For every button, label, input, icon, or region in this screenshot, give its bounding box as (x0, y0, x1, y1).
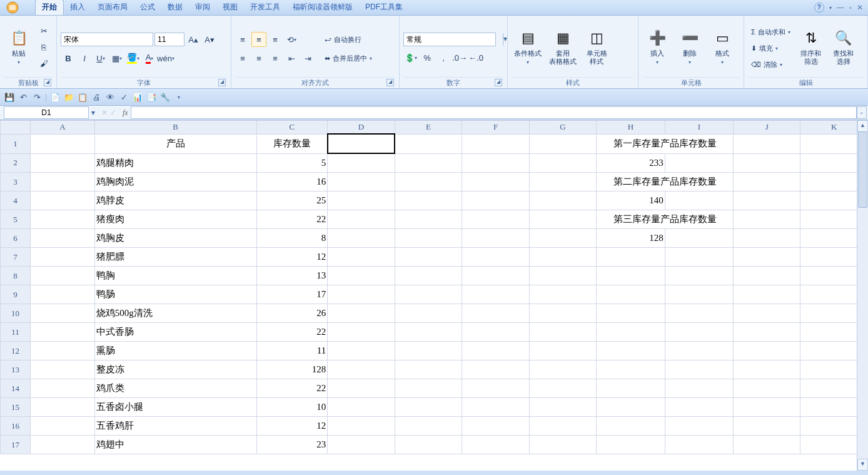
tab-8[interactable]: 福昕阅读器领鲜版 (286, 0, 359, 15)
grow-font-button[interactable]: A▴ (186, 32, 201, 47)
cell-B16[interactable]: 五香鸡肝 (94, 417, 256, 436)
cell-D13[interactable] (328, 360, 395, 379)
merge-center-button[interactable]: ⬌合并后居中▾ (321, 51, 375, 66)
cell-I12[interactable] (665, 342, 733, 360)
align-bottom-button[interactable]: ≡ (268, 32, 283, 47)
tab-7[interactable]: 开发工具 (244, 0, 286, 15)
cell-E6[interactable] (395, 229, 462, 248)
cell-A12[interactable] (31, 342, 95, 360)
cell-J16[interactable] (733, 417, 800, 436)
font-color-button[interactable]: A▾ (142, 51, 157, 66)
cell-A9[interactable] (31, 285, 95, 304)
cell-C6[interactable]: 8 (256, 229, 328, 248)
fill-button[interactable]: ⬇填充▾ (748, 41, 794, 56)
cell-J14[interactable] (733, 379, 800, 398)
font-name-combo[interactable]: ▾ (61, 33, 153, 46)
cell-A11[interactable] (31, 323, 95, 342)
cell-C1[interactable]: 库存数量 (256, 134, 328, 153)
cell-D5[interactable] (328, 210, 395, 229)
cell-B13[interactable]: 整皮冻 (94, 360, 256, 379)
cell-D12[interactable] (328, 342, 395, 360)
tab-0[interactable]: 开始 (35, 0, 64, 15)
row-header-1[interactable]: 1 (1, 134, 31, 153)
cell-H11[interactable] (597, 323, 665, 342)
vertical-scrollbar[interactable]: ▲ ▼ (857, 120, 868, 471)
tab-4[interactable]: 数据 (161, 0, 189, 15)
cell-G7[interactable] (529, 248, 597, 267)
qat-btn-6[interactable]: ✓ (118, 91, 129, 103)
cell-F4[interactable] (462, 192, 529, 210)
cell-D1[interactable] (328, 134, 395, 153)
cell-J8[interactable] (733, 267, 800, 285)
orientation-button[interactable]: ⟲▾ (284, 32, 299, 47)
currency-button[interactable]: 💲▾ (403, 50, 418, 65)
cell-H15[interactable] (597, 398, 665, 417)
comma-button[interactable]: , (436, 50, 451, 65)
cell-F9[interactable] (462, 285, 529, 304)
cell-E17[interactable] (395, 436, 462, 454)
row-header-6[interactable]: 6 (1, 229, 31, 248)
cell-C8[interactable]: 13 (256, 267, 328, 285)
tab-2[interactable]: 页面布局 (91, 0, 134, 15)
tab-9[interactable]: PDF工具集 (359, 0, 409, 15)
restore-icon[interactable]: ▫ (849, 3, 852, 12)
cell-A17[interactable] (31, 436, 95, 454)
cell-I6[interactable] (665, 229, 733, 248)
font-size-combo[interactable]: ▾ (154, 33, 184, 46)
row-header-9[interactable]: 9 (1, 285, 31, 304)
cell-J15[interactable] (733, 398, 800, 417)
cell-G17[interactable] (529, 436, 597, 454)
cell-A5[interactable] (31, 210, 95, 229)
font-name-input[interactable] (61, 34, 160, 45)
cell-D17[interactable] (328, 436, 395, 454)
align-top-button[interactable]: ≡ (235, 32, 250, 47)
col-header-J[interactable]: J (733, 121, 800, 135)
cell-B10[interactable]: 烧鸡500g清洗 (94, 304, 256, 323)
cell-G3[interactable] (529, 173, 597, 192)
cell-J1[interactable] (733, 134, 800, 153)
col-header-D[interactable]: D (328, 121, 395, 135)
cell-D8[interactable] (328, 267, 395, 285)
undo-button[interactable]: ↶ (18, 91, 29, 103)
cell-D2[interactable] (328, 153, 395, 173)
row-header-8[interactable]: 8 (1, 267, 31, 285)
col-header-A[interactable]: A (31, 121, 95, 135)
expand-formula-icon[interactable]: ⌄ (857, 106, 867, 119)
cell-A7[interactable] (31, 248, 95, 267)
cell-B15[interactable]: 五香卤小腿 (94, 398, 256, 417)
wrap-text-button[interactable]: ⮐自动换行 (321, 32, 375, 47)
cell-C15[interactable]: 10 (256, 398, 328, 417)
cell-H2[interactable]: 233 (597, 153, 665, 173)
cell-F3[interactable] (462, 173, 529, 192)
cell-F10[interactable] (462, 304, 529, 323)
cell-C5[interactable]: 22 (256, 210, 328, 229)
cell-E11[interactable] (395, 323, 462, 342)
cell-D6[interactable] (328, 229, 395, 248)
cell-A4[interactable] (31, 192, 95, 210)
cell-B4[interactable]: 鸡脖皮 (94, 192, 256, 210)
cell-D14[interactable] (328, 379, 395, 398)
cell-C9[interactable]: 17 (256, 285, 328, 304)
decrease-decimal-button[interactable]: ←.0 (468, 50, 483, 65)
fx-icon[interactable]: fx (120, 108, 131, 118)
cell-B14[interactable]: 鸡爪类 (94, 379, 256, 398)
cell-F1[interactable] (462, 134, 529, 153)
cell-H3[interactable]: 第二库存量产品库存数量 (597, 173, 734, 192)
cell-H4[interactable]: 140 (597, 192, 665, 210)
cell-H7[interactable] (597, 248, 665, 267)
align-left-button[interactable]: ≡ (235, 51, 250, 66)
cell-B1[interactable]: 产品 (94, 134, 256, 153)
cell-G6[interactable] (529, 229, 597, 248)
format-cells-button[interactable]: ▭格式▾ (707, 17, 737, 77)
format-painter-button[interactable]: 🖌 (36, 56, 51, 71)
col-header-E[interactable]: E (395, 121, 462, 135)
cell-I16[interactable] (665, 417, 733, 436)
row-header-11[interactable]: 11 (1, 323, 31, 342)
cell-E7[interactable] (395, 248, 462, 267)
cell-E15[interactable] (395, 398, 462, 417)
cell-E8[interactable] (395, 267, 462, 285)
cell-G15[interactable] (529, 398, 597, 417)
cell-G8[interactable] (529, 267, 597, 285)
cell-A16[interactable] (31, 417, 95, 436)
cell-A10[interactable] (31, 304, 95, 323)
